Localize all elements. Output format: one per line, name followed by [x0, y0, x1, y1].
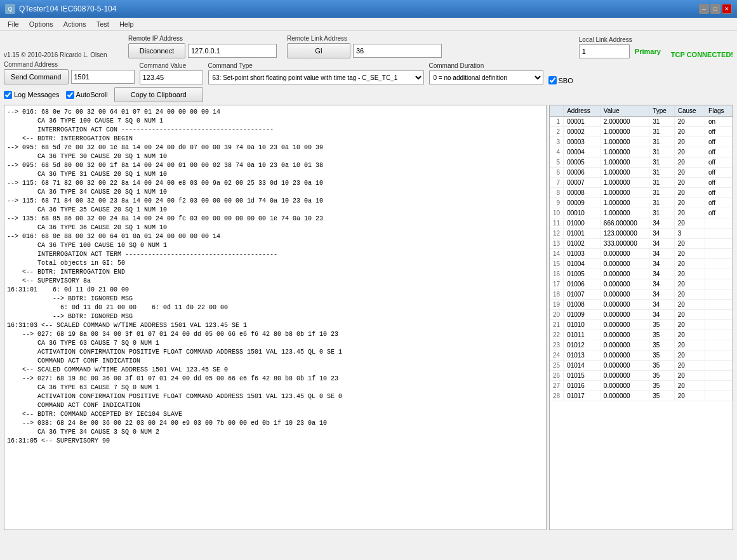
log-line: --> 115: 68 71 82 00 32 00 22 8a 14 00 2… — [7, 179, 543, 188]
maximize-button[interactable]: □ — [710, 4, 720, 14]
log-line: <-- BDTR: INTERROGATION END — [7, 268, 543, 277]
log-line: CA 36 TYPE 35 CAUSE 20 SQ 1 NUM 10 — [7, 206, 543, 215]
row-cause: 20 — [674, 117, 705, 127]
row-type: 31 — [649, 117, 675, 127]
row-cause: 20 — [674, 269, 705, 279]
table-row: 18 01007 0.000000 34 20 — [550, 290, 733, 300]
command-address-label: Command Address — [4, 61, 135, 68]
log-line: --> 016: 68 0e 7c 00 32 00 64 01 07 01 2… — [7, 108, 543, 117]
row-type: 35 — [649, 391, 675, 401]
row-flags — [705, 259, 733, 269]
row-cause: 20 — [674, 361, 705, 371]
sbo-checkbox-label[interactable]: SBO — [548, 76, 573, 84]
row-type: 34 — [649, 249, 675, 259]
disconnect-button[interactable]: Disconnect — [128, 43, 185, 58]
row-value: 1.000000 — [600, 127, 649, 137]
app-icon: Q — [5, 4, 15, 14]
command-value-input[interactable] — [140, 70, 203, 84]
row-value: 0.000000 — [600, 340, 649, 350]
menu-file[interactable]: File — [3, 19, 24, 29]
row-flags — [705, 381, 733, 391]
row-type: 35 — [649, 340, 675, 350]
row-flags — [705, 300, 733, 310]
table-row: 28 01017 0.000000 35 20 — [550, 391, 733, 401]
row-value: 2.000000 — [600, 117, 649, 127]
primary-label: Primary — [635, 48, 661, 55]
table-row: 12 01001 123.000000 34 3 — [550, 229, 733, 239]
row-value: 1.000000 — [600, 178, 649, 188]
menu-bar: File Options Actions Test Help — [0, 18, 737, 31]
data-panel[interactable]: Address Value Type Cause Flags 1 00001 2… — [549, 105, 733, 530]
remote-link-input[interactable] — [353, 44, 442, 58]
remote-ip-input[interactable] — [188, 44, 277, 58]
row-num: 20 — [550, 310, 564, 320]
minimize-button[interactable]: ─ — [699, 4, 709, 14]
row-type: 31 — [649, 168, 675, 178]
row-type: 34 — [649, 310, 675, 320]
row-num: 19 — [550, 300, 564, 310]
log-line: --> 095: 68 5d 80 00 32 00 1f 8a 14 00 2… — [7, 161, 543, 170]
gi-button[interactable]: GI — [287, 43, 350, 58]
row-value: 1.000000 — [600, 157, 649, 168]
local-link-input[interactable] — [579, 44, 630, 58]
log-line: --> 027: 68 19 8a 00 34 00 3f 01 07 01 2… — [7, 330, 543, 339]
log-line: 6: 0d 11 d0 21 00 00 6: 0d 11 d0 22 00 0… — [7, 303, 543, 312]
log-container: --> 016: 68 0e 7c 00 32 00 64 01 07 01 2… — [7, 108, 543, 446]
menu-help[interactable]: Help — [114, 19, 139, 29]
autoscroll-checkbox[interactable] — [66, 91, 74, 99]
row-num: 1 — [550, 117, 564, 127]
row-cause: 20 — [674, 178, 705, 188]
row-value: 666.000000 — [600, 218, 649, 229]
send-command-button[interactable]: Send Command — [4, 69, 69, 84]
menu-actions[interactable]: Actions — [58, 19, 91, 29]
log-line: <-- SUPERVISORY 8a — [7, 277, 543, 286]
row-type: 31 — [649, 157, 675, 168]
log-line: <-- SCALED COMMAND W/TIME ADDRESS 1501 V… — [7, 366, 543, 375]
command-address-input[interactable] — [71, 70, 135, 84]
row-cause: 20 — [674, 279, 705, 290]
row-value: 123.000000 — [600, 229, 649, 239]
data-tbody: 1 00001 2.000000 31 20 on 2 00002 1.0000… — [550, 117, 733, 401]
log-messages-label[interactable]: Log Messages — [4, 91, 60, 99]
row-cause: 20 — [674, 300, 705, 310]
row-flags: off — [705, 198, 733, 208]
row-num: 7 — [550, 178, 564, 188]
log-line: <-- BDTR: COMMAND ACCEPTED BY IEC104 SLA… — [7, 410, 543, 419]
close-button[interactable]: ✕ — [722, 4, 732, 14]
log-line: --> 016: 68 0e 88 00 32 00 64 01 0a 01 2… — [7, 232, 543, 241]
row-cause: 20 — [674, 137, 705, 147]
row-address: 01010 — [564, 320, 601, 330]
row-type: 34 — [649, 269, 675, 279]
row-num: 21 — [550, 320, 564, 330]
menu-test[interactable]: Test — [91, 19, 114, 29]
row-address: 01008 — [564, 300, 601, 310]
table-row: 24 01013 0.000000 35 20 — [550, 350, 733, 361]
row-address: 00004 — [564, 147, 601, 157]
row-address: 00006 — [564, 168, 601, 178]
row-flags — [705, 279, 733, 290]
row-type: 31 — [649, 198, 675, 208]
autoscroll-label[interactable]: AutoScroll — [66, 91, 108, 99]
row-address: 00010 — [564, 208, 601, 218]
log-line: COMMAND ACT CONF INDICATION — [7, 401, 543, 410]
log-panel[interactable]: --> 016: 68 0e 7c 00 32 00 64 01 07 01 2… — [4, 105, 547, 530]
table-row: 21 01010 0.000000 35 20 — [550, 320, 733, 330]
local-link-label: Local Link Address — [579, 36, 661, 43]
row-flags — [705, 239, 733, 249]
table-row: 13 01002 333.000000 34 20 — [550, 239, 733, 249]
row-type: 35 — [649, 371, 675, 381]
log-line: --> BDTR: IGNORED MSG — [7, 295, 543, 303]
log-line: 16:31:05 <-- SUPERVISORY 90 — [7, 437, 543, 446]
row-value: 0.000000 — [600, 279, 649, 290]
row-flags — [705, 340, 733, 350]
row-type: 34 — [649, 218, 675, 229]
sbo-checkbox[interactable] — [548, 76, 557, 84]
log-line: --> 135: 68 85 86 00 32 00 24 8a 14 00 2… — [7, 215, 543, 223]
command-type-dropdown[interactable]: 63: Set-point short floating point value… — [208, 70, 424, 84]
row-value: 0.000000 — [600, 381, 649, 391]
log-line: INTERROGATION ACT TERM -----------------… — [7, 250, 543, 259]
copy-to-clipboard-button[interactable]: Copy to Clipboard — [114, 87, 203, 102]
command-duration-dropdown[interactable]: 0 = no additional definition — [429, 70, 543, 84]
menu-options[interactable]: Options — [24, 19, 58, 29]
log-messages-checkbox[interactable] — [4, 91, 12, 99]
